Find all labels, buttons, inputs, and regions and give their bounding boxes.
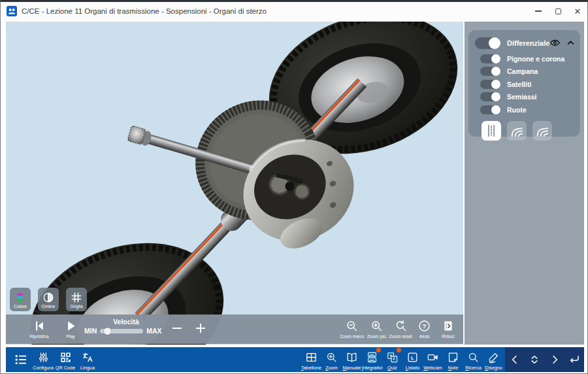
toolbar-item-note[interactable]: Note xyxy=(443,347,463,372)
toggle-label: Semiassi xyxy=(507,93,537,101)
close-button[interactable]: ✕ xyxy=(568,2,587,20)
toolbar-item-ricerca[interactable]: Ricerca xyxy=(463,347,483,372)
maximize-button[interactable] xyxy=(548,2,568,20)
speed-control: Velocità MIN MAX xyxy=(84,314,168,344)
toggle-label: Campana xyxy=(507,67,538,75)
layers-panel: Differenziale Pignone e coronaCampanaSat… xyxy=(468,30,580,137)
qr-code-icon xyxy=(59,349,72,365)
vtool-label: Ombre xyxy=(42,304,56,309)
toolbar-item-label: Note xyxy=(448,365,458,371)
toolbar-item-manuale[interactable]: Manuale xyxy=(342,347,362,372)
playback-bar: RipristinaPlay Velocità MIN MAX Zoom men… xyxy=(6,314,463,344)
minimize-icon xyxy=(535,10,542,11)
panel-row-campana: Campana xyxy=(480,65,574,78)
toolbar-item-label: Configura xyxy=(33,365,54,371)
side-column: Differenziale Pignone e coronaCampanaSat… xyxy=(465,22,584,345)
webcam-icon xyxy=(427,349,439,365)
pbtn-label: Ripristina xyxy=(29,334,48,339)
titlebar: C/CE - Lezione 11 Organi di trasmissione… xyxy=(1,2,587,20)
speed-min-label: MIN xyxy=(84,327,97,335)
riduci-button[interactable]: Riduci xyxy=(436,314,460,344)
toolbar-item-nav-next[interactable] xyxy=(547,352,563,367)
zoom-meno-button[interactable]: Zoom meno xyxy=(339,314,365,344)
collapse-icon[interactable] xyxy=(565,37,576,48)
app-window: C/CE - Lezione 11 Organi di trasmissione… xyxy=(0,0,588,374)
vtool-label: Colore xyxy=(14,304,27,309)
aiuto-button[interactable]: ?Aiuto xyxy=(413,314,436,344)
campana-toggle[interactable] xyxy=(480,66,501,76)
play-button[interactable]: Play xyxy=(57,314,84,344)
toolbar-item-qr-code[interactable]: QR Code xyxy=(54,347,76,372)
grid-icon xyxy=(70,291,83,304)
road-view-button-1[interactable] xyxy=(482,121,501,141)
zoom-in-icon xyxy=(325,349,338,365)
ripristina-button[interactable]: Ripristina xyxy=(25,314,53,344)
speed-slider-knob[interactable] xyxy=(104,328,111,335)
toolbar-item-menu[interactable] xyxy=(10,347,32,372)
play-icon xyxy=(64,317,78,334)
pbtn-label: Riduci xyxy=(442,334,454,339)
minimize-button[interactable] xyxy=(529,2,548,20)
ombre-button[interactable]: Ombre xyxy=(38,288,59,311)
toggle-label: Satelliti xyxy=(507,80,531,88)
toolbar-item-nav-previous[interactable] xyxy=(507,352,523,367)
differenziale-toggle[interactable] xyxy=(474,37,501,50)
toolbar-item-listato[interactable]: LListato xyxy=(402,347,423,372)
pbtn-label: Play xyxy=(66,334,75,339)
zoom-pi-button[interactable]: Zoom più xyxy=(365,314,388,344)
road-button-row xyxy=(482,121,574,141)
panel-toggle-list: Pignone e coronaCampanaSatellitiSemiassi… xyxy=(474,52,574,116)
road-curve-icon xyxy=(535,124,549,138)
panel-row-semiassi: Semiassi xyxy=(480,91,574,103)
toolbar-item-label: Lingua xyxy=(80,365,95,371)
skip-start-icon xyxy=(33,317,46,334)
road-view-button-2[interactable] xyxy=(507,121,527,141)
toolbar-item-nav-up-down[interactable] xyxy=(527,352,542,367)
3d-viewport[interactable]: ColoreOmbreGriglia RipristinaPlay Veloci… xyxy=(6,22,463,345)
zoom-out-icon xyxy=(345,317,359,334)
panel-header: Differenziale xyxy=(474,35,574,50)
speed-decrease-button[interactable] xyxy=(167,314,188,344)
toolbar-item-integrativi[interactable]: Integrativi xyxy=(362,347,382,372)
chevron-left-icon xyxy=(509,354,521,366)
visibility-icon[interactable] xyxy=(549,37,561,48)
svg-text:L: L xyxy=(411,355,414,361)
list-l-icon: L xyxy=(406,349,419,365)
road-curve-icon xyxy=(510,124,524,138)
toolbar-item-lingua[interactable]: Lingua xyxy=(76,347,99,372)
toolbar-item-zoom[interactable]: Zoom xyxy=(321,347,342,372)
toggle-label: Ruote xyxy=(507,106,527,114)
toolbar-item-configura[interactable]: Configura xyxy=(32,347,54,372)
satelliti-toggle[interactable] xyxy=(480,79,501,90)
sliders-icon xyxy=(37,349,50,365)
notification-badge xyxy=(376,348,381,352)
app-icon xyxy=(7,6,17,16)
griglia-button[interactable]: Griglia xyxy=(66,288,87,311)
maximize-icon xyxy=(555,8,561,14)
toolbar-item-webcam[interactable]: Webcam xyxy=(423,347,443,372)
toolbar-item-tabellone[interactable]: Tabellone xyxy=(301,347,321,372)
toolbar-group-left: ConfiguraQR CodeLingua xyxy=(10,347,99,372)
toolbar-item-label: Quiz xyxy=(387,365,397,371)
road-view-button-3[interactable] xyxy=(532,121,552,141)
toolbar-item-label: Disegno xyxy=(485,365,502,371)
toolbar-item-nav-return[interactable] xyxy=(566,352,582,367)
svg-text:?: ? xyxy=(423,322,427,330)
speed-max-label: MAX xyxy=(146,327,161,335)
speed-increase-button[interactable] xyxy=(190,314,211,344)
toolbar-item-quiz[interactable]: VFQuiz xyxy=(382,347,402,372)
colore-button[interactable]: Colore xyxy=(10,288,31,311)
pignone-e-corona-toggle[interactable] xyxy=(480,54,501,64)
ruote-toggle[interactable] xyxy=(480,105,501,115)
close-icon: ✕ xyxy=(574,7,581,16)
toggle-label: Pignone e corona xyxy=(507,55,564,63)
toolbar-item-disegno[interactable]: Disegno xyxy=(483,347,504,372)
speed-slider[interactable] xyxy=(100,329,143,333)
zoom-reset-button[interactable]: Zoom reset xyxy=(388,314,412,344)
semiassi-toggle[interactable] xyxy=(480,92,501,102)
speed-step-buttons xyxy=(167,314,211,344)
speed-title: Velocità xyxy=(84,318,168,326)
toolbar-item-label: Ricerca xyxy=(465,365,482,371)
toolbar-item-label: Zoom xyxy=(325,365,338,371)
color-layers-icon xyxy=(14,291,27,304)
